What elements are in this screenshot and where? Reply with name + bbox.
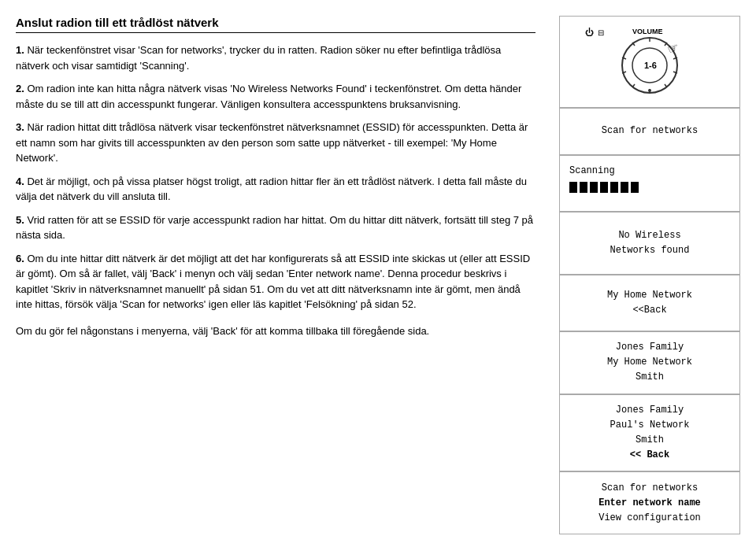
bottom-line3: View configuration bbox=[598, 511, 701, 526]
right-column: ⏻ ⊟ VOLUME ☞ bbox=[559, 16, 740, 534]
step-5-num: 5. bbox=[16, 214, 24, 226]
bar-6 bbox=[621, 182, 628, 193]
bar-1 bbox=[569, 182, 577, 193]
step-3-num: 3. bbox=[16, 121, 24, 133]
step-6-text: Om du inte hittar ditt nätverk är det mö… bbox=[16, 253, 530, 311]
svg-text:☞: ☞ bbox=[665, 40, 680, 57]
bar-3 bbox=[590, 182, 598, 193]
svg-point-17 bbox=[648, 89, 651, 92]
my-home-line1: My Home Network bbox=[607, 288, 692, 303]
step-6: 6. Om du inte hittar ditt nätverk är det… bbox=[16, 251, 536, 312]
step-2: 2. Om radion inte kan hitta några nätver… bbox=[16, 81, 536, 112]
step-5: 5. Vrid ratten för att se ESSID för varj… bbox=[16, 213, 536, 243]
bar-7 bbox=[631, 182, 639, 193]
svg-text:⊟: ⊟ bbox=[598, 28, 604, 37]
bar-5 bbox=[610, 182, 618, 193]
jones1-line1: Jones Family bbox=[616, 340, 684, 355]
page-footer: 11 bbox=[0, 542, 756, 547]
device-diagram: ⏻ ⊟ VOLUME ☞ bbox=[559, 16, 740, 108]
svg-text:VOLUME: VOLUME bbox=[632, 28, 663, 35]
scan-networks-label: Scan for networks bbox=[602, 124, 698, 139]
step-3-text: När radion hittat ditt trådlösa nätverk … bbox=[16, 121, 528, 164]
bar-2 bbox=[580, 182, 587, 193]
screen-bottom-menu: Scan for networks Enter network name Vie… bbox=[559, 471, 740, 534]
step-2-text: Om radion inte kan hitta några nätverk v… bbox=[16, 83, 521, 110]
svg-text:1-6: 1-6 bbox=[644, 61, 657, 70]
bottom-line2: Enter network name bbox=[598, 496, 701, 511]
no-wireless-line1: No Wireless bbox=[618, 228, 680, 243]
bar-4 bbox=[600, 182, 608, 193]
jones2-line2: Paul's Network bbox=[610, 418, 690, 433]
step-2-num: 2. bbox=[16, 83, 24, 94]
my-home-line2: <<Back bbox=[632, 303, 666, 318]
jones2-line4: << Back bbox=[630, 448, 669, 463]
jones2-line1: Jones Family bbox=[616, 403, 684, 418]
left-column: Anslut radion till ett trådlöst nätverk … bbox=[16, 16, 543, 534]
svg-text:⏻: ⏻ bbox=[585, 28, 594, 37]
screen-scan-for-networks: Scan for networks bbox=[559, 108, 740, 155]
step-3: 3. När radion hittat ditt trådlösa nätve… bbox=[16, 120, 536, 166]
step-6-num: 6. bbox=[16, 253, 24, 264]
step-4: 4. Det är möjligt, och på vissa platser … bbox=[16, 174, 536, 205]
step-1-text: När teckenfönstret visar 'Scan for netwo… bbox=[16, 44, 501, 72]
screen-no-wireless: No Wireless Networks found bbox=[559, 212, 740, 275]
jones1-line2: My Home Network bbox=[607, 355, 692, 370]
scanning-title: Scanning bbox=[569, 164, 730, 179]
note-text: Om du gör fel någonstans i menyerna, väl… bbox=[16, 323, 536, 339]
step-4-num: 4. bbox=[16, 176, 24, 187]
step-1-num: 1. bbox=[16, 44, 24, 56]
screen-my-home-network: My Home Network <<Back bbox=[559, 275, 740, 331]
page-title: Anslut radion till ett trådlöst nätverk bbox=[16, 16, 536, 33]
screen-scanning: Scanning bbox=[559, 155, 740, 212]
device-svg: ⏻ ⊟ VOLUME ☞ bbox=[579, 24, 721, 99]
step-1: 1. När teckenfönstret visar 'Scan for ne… bbox=[16, 43, 536, 73]
step-5-text: Vrid ratten för att se ESSID för varje a… bbox=[16, 214, 533, 242]
no-wireless-line2: Networks found bbox=[610, 243, 690, 258]
jones2-line3: Smith bbox=[636, 433, 664, 448]
jones1-line3: Smith bbox=[636, 370, 664, 385]
screen-jones-family-1: Jones Family My Home Network Smith bbox=[559, 331, 740, 394]
scanning-bars bbox=[569, 182, 730, 193]
screen-jones-family-2: Jones Family Paul's Network Smith << Bac… bbox=[559, 394, 740, 472]
bottom-line1: Scan for networks bbox=[602, 481, 698, 496]
step-4-text: Det är möjligt, och på vissa platser hög… bbox=[16, 176, 527, 203]
